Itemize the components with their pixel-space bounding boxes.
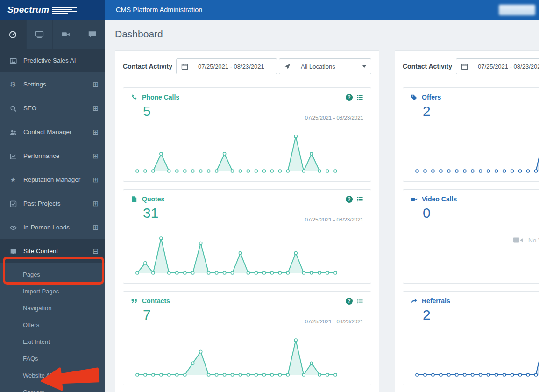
expand-plus-icon[interactable]: ⊞ [92,104,99,113]
panel-header: Contact Activity 07/25/2021 - 08/23/2021… [123,58,371,74]
users-icon [8,128,18,136]
location-control: All Locations [279,58,371,74]
metric-value: 2 [423,307,539,323]
sidebar-subitem-import-pages[interactable]: Import Pages [0,283,105,299]
list-icon[interactable] [356,94,363,101]
date-range-input[interactable]: 07/25/2021 - 08/23/2021 [193,59,277,74]
monitor-icon[interactable] [27,20,53,49]
card-title: Phone Calls [142,93,179,101]
sidebar-item-site-content[interactable]: Site Content ⊟ [0,239,105,263]
sidebar-subitem-exit-intent[interactable]: Exit Intent [0,333,105,350]
card-head: Offers ? [411,93,539,101]
help-icon[interactable]: ? [346,298,353,305]
star-icon: ★ [8,176,18,183]
phone-calls-card: Phone Calls ? 5 07/25/2021 - 08/23/2021 [123,87,371,182]
date-range-input[interactable]: 07/25/2021 - 08/23/2021 [473,59,539,74]
topbar-title: CMS Platform Administration [105,6,202,14]
card-head: Contacts ? [131,297,363,305]
search-icon [8,104,18,112]
subitem-label: Offers [23,321,39,328]
dashboard-gauge-icon[interactable] [0,20,27,49]
card-tools: ? [346,196,363,203]
offers-sparkline [413,133,539,176]
expand-plus-icon[interactable]: ⊞ [92,128,99,136]
expand-plus-icon[interactable]: ⊞ [92,223,99,232]
chevron-down-icon [362,65,366,68]
video-calls-card: Video Calls 0 No Video Calls [403,189,539,284]
book-icon [8,247,18,255]
sidebar-subitem-navigation[interactable]: Navigation [0,299,105,316]
expand-plus-icon[interactable]: ⊞ [92,80,99,89]
user-menu-blurred[interactable] [499,5,535,15]
date-range-control: 07/25/2021 - 08/23/2021 [456,58,539,74]
subitem-label: Exit Intent [23,338,50,345]
brand-text: Spectrum [7,5,49,15]
card-head: Phone Calls ? [131,93,363,101]
collapse-minus-icon[interactable]: ⊟ [92,247,99,256]
expand-plus-icon[interactable]: ⊞ [92,176,99,184]
help-icon[interactable]: ? [346,196,353,203]
video-camera-muted-icon [512,235,524,246]
panel-title: Contact Activity [403,63,452,70]
sidebar-subitem-offers[interactable]: Offers [0,316,105,333]
video-camera-icon [411,196,418,203]
brand-stripes-icon [52,7,77,14]
date-range-control: 07/25/2021 - 08/23/2021 [176,58,277,74]
sidebar-subitem-website-alert[interactable]: Website Alert [0,367,105,384]
subitem-label: Import Pages [23,288,59,295]
location-select-value: All Locations [301,63,335,70]
document-icon [131,196,138,203]
sidebar-item-seo[interactable]: SEO ⊞ [0,96,105,120]
card-title: Quotes [142,195,164,203]
card-head: Quotes ? [131,195,363,203]
location-arrow-icon[interactable] [279,59,296,74]
sidebar-subitem-careers[interactable]: Careers [0,384,105,392]
site-content-submenu: Pages Import Pages Navigation Offers Exi… [0,263,105,392]
sidebar: Predictive Sales AI ⚙ Settings ⊞ SEO ⊞ C… [0,20,105,392]
panel-title: Contact Activity [123,63,172,70]
card-tools: ? [346,94,363,101]
line-chart-icon [8,152,18,160]
gear-icon: ⚙ [8,81,18,88]
sidebar-item-label: SEO [23,105,92,112]
subitem-label: Careers [23,389,44,392]
help-icon[interactable]: ? [346,94,353,101]
expand-plus-icon[interactable]: ⊞ [92,152,99,160]
calendar-icon[interactable] [456,59,473,74]
sidebar-subitem-pages[interactable]: Pages [0,266,105,283]
top-bar: Spectrum CMS Platform Administration [0,0,539,20]
video-camera-icon[interactable] [53,20,79,49]
sidebar-item-settings[interactable]: ⚙ Settings ⊞ [0,72,105,96]
card-head: Video Calls [411,195,539,203]
panel-header: Contact Activity 07/25/2021 - 08/23/2021 [403,58,539,74]
sidebar-item-in-person-leads[interactable]: In-Person Leads ⊞ [0,215,105,239]
referrals-sparkline [413,336,539,379]
sidebar-item-predictive-sales-ai[interactable]: Predictive Sales AI [0,49,105,72]
sidebar-item-contact-manager[interactable]: Contact Manager ⊞ [0,120,105,144]
metric-value: 0 [423,205,539,221]
subitem-label: Navigation [23,305,51,312]
expand-plus-icon[interactable]: ⊞ [92,200,99,208]
phone-calls-sparkline [134,133,339,176]
sidebar-subitem-faqs[interactable]: FAQs [0,350,105,367]
location-select[interactable]: All Locations [296,59,371,74]
list-icon[interactable] [356,298,363,305]
chat-bubble-icon[interactable] [79,20,106,49]
sidebar-item-label: Performance [23,152,92,159]
sidebar-item-label: Past Projects [23,200,92,207]
sidebar-item-reputation-manager[interactable]: ★ Reputation Manager ⊞ [0,168,105,192]
subitem-label: Website Alert [23,372,58,379]
calendar-icon[interactable] [177,59,193,74]
no-data-message: No Video Calls [512,235,539,246]
sidebar-icon-row [0,20,105,49]
list-icon[interactable] [356,196,363,203]
sidebar-item-label: Reputation Manager [23,176,92,183]
sidebar-item-performance[interactable]: Performance ⊞ [0,144,105,168]
subitem-label: FAQs [23,355,38,362]
subitem-label: Pages [23,271,40,278]
sidebar-item-past-projects[interactable]: Past Projects ⊞ [0,192,105,215]
offers-card: Offers ? 2 [403,87,539,182]
card-title: Referrals [422,297,450,305]
in-person-leads-icon [8,223,18,231]
metric-date-range: 07/25/2021 - 08/23/2021 [305,115,363,121]
